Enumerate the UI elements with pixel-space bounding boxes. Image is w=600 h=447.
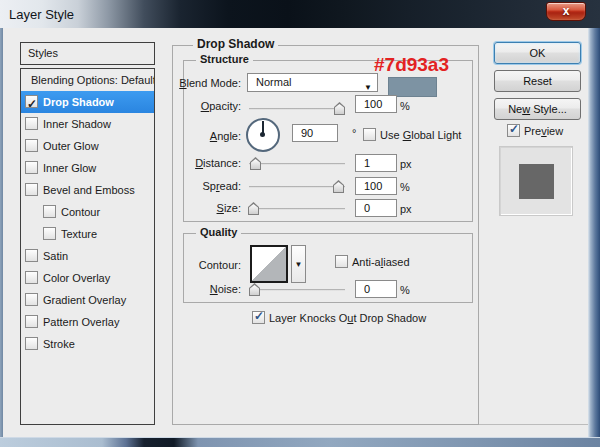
close-icon: x (563, 4, 570, 18)
sidebar-item-pattern-overlay[interactable]: Pattern Overlay (21, 311, 154, 333)
preview-checkbox[interactable] (507, 124, 520, 137)
style-enable-checkbox[interactable] (25, 183, 38, 196)
opacity-unit: % (400, 99, 410, 113)
opacity-slider-track[interactable] (249, 108, 345, 110)
opacity-input[interactable] (355, 95, 397, 113)
style-enable-checkbox[interactable] (25, 337, 38, 350)
spread-input[interactable] (355, 177, 397, 195)
size-slider-thumb[interactable] (248, 202, 259, 215)
color-annotation: #7d93a3 (374, 54, 449, 76)
sidebar-item-label: Gradient Overlay (43, 294, 126, 306)
sidebar-item-blending-options-default[interactable]: Blending Options: Default (21, 69, 154, 91)
sidebar-item-label: Contour (61, 206, 100, 218)
angle-dial[interactable] (246, 118, 280, 152)
use-global-light-label: Use Global Light (380, 129, 461, 141)
structure-legend: Structure (196, 53, 253, 65)
new-style-button[interactable]: New Style... (494, 98, 581, 120)
noise-slider-thumb[interactable] (249, 283, 260, 296)
style-enable-checkbox[interactable] (25, 161, 38, 174)
distance-input[interactable] (355, 154, 397, 172)
noise-slider-track[interactable] (249, 289, 345, 291)
blend-color-swatch[interactable] (388, 77, 437, 97)
style-enable-checkbox[interactable] (25, 271, 38, 284)
size-slider-track[interactable] (249, 208, 345, 210)
style-enable-checkbox[interactable] (25, 249, 38, 262)
styles-header: Styles (20, 42, 155, 65)
size-input[interactable] (355, 199, 397, 217)
sidebar-item-bevel-and-emboss[interactable]: Bevel and Emboss (21, 179, 154, 201)
sidebar-item-color-overlay[interactable]: Color Overlay (21, 267, 154, 289)
distance-slider-track[interactable] (249, 163, 345, 165)
panel-title: Drop Shadow (193, 37, 278, 51)
sidebar-item-label: Bevel and Emboss (43, 184, 135, 196)
sidebar-item-label: Inner Shadow (43, 118, 111, 130)
layer-knockout-checkbox[interactable] (252, 311, 265, 324)
style-enable-checkbox[interactable] (25, 315, 38, 328)
anti-aliased-label: Anti-aliased (352, 256, 410, 268)
blend-mode-label: Blend Mode: (171, 76, 241, 90)
spread-unit: % (400, 180, 410, 194)
spread-slider-thumb[interactable] (333, 180, 344, 193)
angle-input[interactable] (292, 124, 338, 142)
close-button[interactable]: x (546, 2, 586, 21)
distance-unit: px (400, 157, 412, 171)
noise-unit: % (400, 283, 410, 297)
sidebar-item-texture[interactable]: Texture (21, 223, 154, 245)
chevron-down-icon: ▼ (364, 79, 372, 96)
dialog-client-area: Styles Blending Options: DefaultDrop Sha… (3, 28, 588, 437)
blend-mode-select[interactable]: Normal ▼ (247, 73, 378, 92)
distance-slider-thumb[interactable] (250, 157, 261, 170)
ok-button[interactable]: OK (494, 42, 581, 64)
reset-button[interactable]: Reset (494, 70, 581, 92)
layer-style-dialog: Layer Style x Styles Blending Options: D… (0, 0, 600, 447)
opacity-slider-thumb[interactable] (334, 102, 345, 115)
layer-knockout-label: Layer Knocks Out Drop Shadow (269, 312, 426, 324)
sidebar-item-gradient-overlay[interactable]: Gradient Overlay (21, 289, 154, 311)
sidebar-item-label: Texture (61, 228, 97, 240)
preview-label: Preview (524, 125, 563, 137)
sidebar-item-label: Inner Glow (43, 162, 96, 174)
chevron-down-icon: ▼ (295, 260, 303, 269)
sidebar-item-label: Blending Options: Default (31, 74, 155, 86)
style-enable-checkbox[interactable] (25, 293, 38, 306)
window-title: Layer Style (9, 7, 74, 22)
spread-label: Spread: (171, 179, 241, 193)
sidebar-item-stroke[interactable]: Stroke (21, 333, 154, 355)
distance-label: Distance: (171, 156, 241, 170)
style-enable-checkbox[interactable] (43, 227, 56, 240)
sidebar-item-inner-shadow[interactable]: Inner Shadow (21, 113, 154, 135)
style-enable-checkbox[interactable] (25, 139, 38, 152)
spread-slider-track[interactable] (249, 186, 345, 188)
sidebar-item-label: Satin (43, 250, 68, 262)
angle-label: Angle: (171, 129, 241, 143)
sidebar-item-label: Color Overlay (43, 272, 110, 284)
contour-thumbnail[interactable] (250, 245, 288, 283)
angle-unit: ° (352, 126, 356, 140)
window-frame-right (588, 28, 600, 437)
contour-picker-arrow[interactable]: ▼ (291, 245, 306, 283)
style-enable-checkbox[interactable] (43, 205, 56, 218)
styles-header-label: Styles (28, 47, 58, 59)
blend-mode-value: Normal (256, 76, 291, 88)
opacity-label: Opacity: (171, 99, 241, 113)
style-enable-checkbox[interactable] (25, 117, 38, 130)
titlebar[interactable]: Layer Style x (0, 0, 600, 28)
styles-list: Blending Options: DefaultDrop ShadowInne… (20, 68, 155, 425)
sidebar-item-satin[interactable]: Satin (21, 245, 154, 267)
sidebar-item-drop-shadow[interactable]: Drop Shadow (21, 91, 154, 113)
sidebar-item-contour[interactable]: Contour (21, 201, 154, 223)
style-preview-swatch (519, 164, 554, 199)
window-frame-bottom (0, 437, 600, 447)
noise-label: Noise: (171, 282, 241, 296)
quality-legend: Quality (196, 226, 241, 238)
sidebar-item-inner-glow[interactable]: Inner Glow (21, 157, 154, 179)
panel-divider (479, 424, 588, 425)
sidebar-item-label: Stroke (43, 338, 75, 350)
sidebar-item-label: Pattern Overlay (43, 316, 119, 328)
sidebar-item-outer-glow[interactable]: Outer Glow (21, 135, 154, 157)
noise-input[interactable] (355, 280, 397, 298)
anti-aliased-checkbox[interactable] (335, 255, 348, 268)
size-unit: px (400, 202, 412, 216)
use-global-light-checkbox[interactable] (363, 128, 376, 141)
style-enable-checkbox[interactable] (25, 95, 38, 108)
